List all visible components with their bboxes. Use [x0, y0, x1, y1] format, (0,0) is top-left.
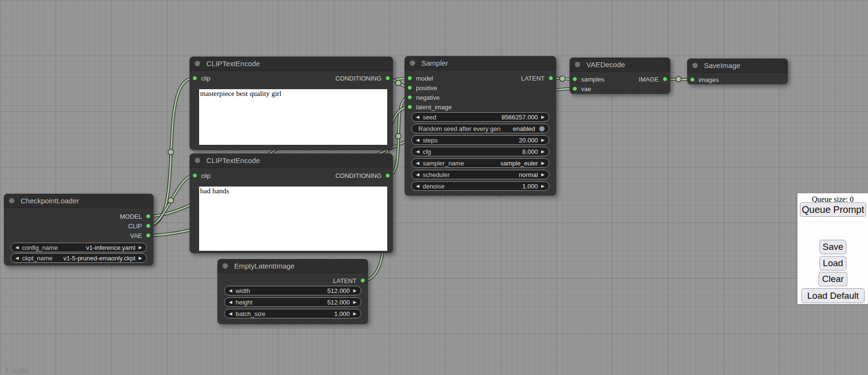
input-slot-samples[interactable]: samples — [572, 75, 604, 83]
input-slot-vae[interactable]: vae — [572, 84, 591, 93]
increment-arrow-icon[interactable]: ▶ — [139, 243, 142, 252]
slot-dot-icon[interactable] — [360, 278, 365, 283]
node-title-bar[interactable]: EmptyLatentImage — [217, 259, 368, 273]
increment-arrow-icon[interactable]: ▶ — [353, 298, 357, 306]
increment-arrow-icon[interactable]: ▶ — [353, 286, 357, 295]
node-title-bar[interactable]: CheckpointLoader — [4, 194, 154, 208]
widget-seed[interactable]: ◀ seed 8566257.000 ▶ — [411, 112, 549, 122]
slot-dot-icon[interactable] — [146, 223, 151, 228]
input-slot-clip[interactable]: clip — [192, 74, 211, 82]
widget-cfg[interactable]: ◀ cfg 8.000 ▶ — [411, 147, 549, 156]
node-checkpoint-loader[interactable]: CheckpointLoader MODEL CLIP VAE ◀ config… — [4, 194, 154, 266]
decrement-arrow-icon[interactable]: ◀ — [229, 309, 232, 318]
increment-arrow-icon[interactable]: ▶ — [541, 136, 545, 144]
node-title-bar[interactable]: CLIPTextEncode — [190, 153, 393, 168]
node-title-bar[interactable]: VAEDecode — [570, 58, 670, 72]
widget-steps[interactable]: ◀ steps 20.000 ▶ — [411, 135, 549, 145]
node-title-bar[interactable]: CLIPTextEncode — [190, 57, 393, 71]
node-vae-decode[interactable]: VAEDecode samples vae IMAGE — [570, 58, 670, 94]
increment-arrow-icon[interactable]: ▶ — [541, 182, 545, 190]
slot-dot-icon[interactable] — [407, 95, 412, 100]
slot-dot-icon[interactable] — [385, 173, 390, 178]
widget-config-name[interactable]: ◀ config_name v1-inference.yaml ▶ — [11, 243, 147, 252]
collapse-dot-icon[interactable] — [195, 61, 200, 66]
widget-denoise[interactable]: ◀ denoise 1.000 ▶ — [411, 181, 549, 191]
decrement-arrow-icon[interactable]: ◀ — [15, 243, 19, 252]
collapse-dot-icon[interactable] — [692, 63, 698, 68]
increment-arrow-icon[interactable]: ▶ — [541, 159, 545, 167]
widget-width[interactable]: ◀ width 512.000 ▶ — [224, 286, 361, 295]
decrement-arrow-icon[interactable]: ◀ — [416, 147, 419, 156]
input-slot-positive[interactable]: positive — [407, 83, 437, 92]
widget-batch-size[interactable]: ◀ batch_size 1.000 ▶ — [224, 309, 361, 318]
widget-sampler-name[interactable]: ◀ sampler_name sample_euler ▶ — [411, 158, 549, 168]
input-slot-clip[interactable]: clip — [192, 171, 211, 180]
load-button[interactable]: Load — [820, 256, 846, 270]
slot-dot-icon[interactable] — [407, 76, 412, 81]
queue-prompt-button[interactable]: Queue Prompt — [800, 202, 866, 217]
input-slot-model[interactable]: model — [407, 74, 433, 82]
decrement-arrow-icon[interactable]: ◀ — [416, 136, 419, 144]
collapse-dot-icon[interactable] — [410, 60, 415, 66]
input-slot-negative[interactable]: negative — [407, 93, 440, 102]
prompt-text-area[interactable]: bad hands — [199, 187, 387, 251]
node-empty-latent-image[interactable]: EmptyLatentImage LATENT ◀ width 512.000 … — [217, 259, 368, 324]
widget-label: steps — [423, 137, 438, 144]
graph-canvas[interactable]: T: 0.00s — [0, 0, 868, 375]
increment-arrow-icon[interactable]: ▶ — [541, 113, 545, 121]
decrement-arrow-icon[interactable]: ◀ — [416, 182, 419, 190]
node-clip-text-encode-negative[interactable]: CLIPTextEncode clip CONDITIONING bad han… — [190, 153, 393, 253]
widget-scheduler[interactable]: ◀ scheduler normal ▶ — [411, 170, 549, 179]
decrement-arrow-icon[interactable]: ◀ — [416, 170, 419, 179]
widget-height[interactable]: ◀ height 512.000 ▶ — [224, 297, 361, 307]
slot-dot-icon[interactable] — [407, 105, 412, 109]
prompt-text-area[interactable]: masterpiece best quality girl — [199, 89, 387, 145]
increment-arrow-icon[interactable]: ▶ — [541, 170, 545, 179]
decrement-arrow-icon[interactable]: ◀ — [15, 254, 19, 262]
toggle-on-icon[interactable] — [539, 126, 545, 131]
widget-ckpt-name[interactable]: ◀ ckpt_name v1-5-pruned-emaonly.ckpt ▶ — [11, 253, 147, 263]
output-slot-clip[interactable]: CLIP — [128, 222, 151, 230]
load-default-button[interactable]: Load Default — [801, 288, 865, 303]
slot-dot-icon[interactable] — [192, 173, 197, 178]
output-slot-latent[interactable]: LATENT — [521, 74, 553, 82]
node-title-bar[interactable]: SaveImage — [687, 59, 788, 73]
save-button[interactable]: Save — [820, 240, 846, 254]
input-slot-latent-image[interactable]: latent_image — [407, 103, 452, 111]
slot-dot-icon[interactable] — [146, 214, 151, 219]
widget-random-seed-toggle[interactable]: Random seed after every gen enabled — [411, 124, 549, 133]
node-save-image[interactable]: SaveImage images — [687, 59, 788, 84]
slot-dot-icon[interactable] — [146, 233, 151, 238]
collapse-dot-icon[interactable] — [223, 263, 228, 269]
increment-arrow-icon[interactable]: ▶ — [139, 254, 142, 262]
link-midpoint-dot — [676, 76, 681, 82]
node-clip-text-encode-positive[interactable]: CLIPTextEncode clip CONDITIONING masterp… — [190, 57, 393, 150]
output-slot-vae[interactable]: VAE — [130, 231, 151, 240]
decrement-arrow-icon[interactable]: ◀ — [229, 298, 232, 306]
decrement-arrow-icon[interactable]: ◀ — [229, 286, 232, 295]
collapse-dot-icon[interactable] — [575, 62, 580, 67]
increment-arrow-icon[interactable]: ▶ — [353, 309, 357, 318]
output-slot-conditioning[interactable]: CONDITIONING — [335, 74, 390, 82]
increment-arrow-icon[interactable]: ▶ — [541, 147, 545, 156]
output-slot-model[interactable]: MODEL — [120, 212, 151, 221]
slot-dot-icon[interactable] — [690, 77, 695, 82]
collapse-dot-icon[interactable] — [195, 158, 200, 163]
slot-dot-icon[interactable] — [385, 76, 390, 81]
slot-dot-icon[interactable] — [407, 85, 412, 90]
node-sampler[interactable]: Sampler model positive negative latent_i… — [404, 56, 556, 196]
output-slot-image[interactable]: IMAGE — [639, 75, 667, 83]
slot-dot-icon[interactable] — [548, 76, 553, 81]
slot-dot-icon[interactable] — [572, 77, 577, 82]
collapse-dot-icon[interactable] — [9, 198, 14, 203]
decrement-arrow-icon[interactable]: ◀ — [416, 113, 419, 121]
slot-dot-icon[interactable] — [663, 77, 667, 82]
node-title-bar[interactable]: Sampler — [404, 56, 556, 70]
slot-dot-icon[interactable] — [192, 76, 197, 81]
clear-button[interactable]: Clear — [819, 272, 847, 286]
decrement-arrow-icon[interactable]: ◀ — [416, 159, 419, 167]
output-slot-conditioning[interactable]: CONDITIONING — [335, 171, 390, 180]
slot-dot-icon[interactable] — [572, 86, 577, 91]
output-slot-latent[interactable]: LATENT — [333, 276, 365, 285]
input-slot-images[interactable]: images — [690, 75, 719, 84]
